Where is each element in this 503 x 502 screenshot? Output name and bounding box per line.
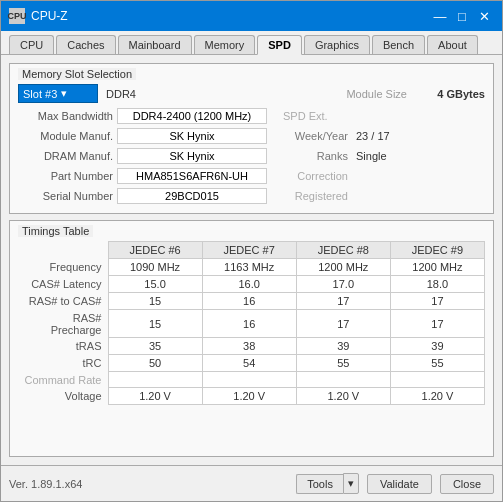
timings-cell: 1.20 V	[202, 388, 296, 405]
timings-cell	[296, 372, 390, 388]
validate-button[interactable]: Validate	[367, 474, 432, 494]
timings-cell: 1.20 V	[390, 388, 484, 405]
timings-cell: 1200 MHz	[296, 259, 390, 276]
timings-table: JEDEC #6 JEDEC #7 JEDEC #8 JEDEC #9 Freq…	[18, 241, 485, 405]
tools-button[interactable]: Tools	[296, 474, 343, 494]
tab-bench[interactable]: Bench	[372, 35, 425, 54]
minimize-button[interactable]: —	[430, 7, 450, 25]
timings-cell: 15.0	[108, 276, 202, 293]
timings-cell: 1090 MHz	[108, 259, 202, 276]
timings-cell: 17	[296, 293, 390, 310]
footer: Ver. 1.89.1.x64 Tools ▾ Validate Close	[1, 465, 502, 501]
timings-cell: 54	[202, 355, 296, 372]
timings-cell	[202, 372, 296, 388]
dram-manuf-label: DRAM Manuf.	[18, 150, 113, 162]
timings-cell: 18.0	[390, 276, 484, 293]
timings-cell: 39	[296, 338, 390, 355]
serial-number-row: Serial Number 29BCD015 Registered	[18, 187, 485, 205]
timings-row-label: RAS# Precharge	[18, 310, 108, 338]
timings-col-jedec6: JEDEC #6	[108, 242, 202, 259]
part-number-row: Part Number HMA851S6AFR6N-UH Correction	[18, 167, 485, 185]
timings-cell: 17	[390, 293, 484, 310]
timings-row: Command Rate	[18, 372, 485, 388]
timings-cell: 16.0	[202, 276, 296, 293]
version-label: Ver. 1.89.1.x64	[9, 478, 288, 490]
timings-row: RAS# to CAS#15161717	[18, 293, 485, 310]
timings-row-label: CAS# Latency	[18, 276, 108, 293]
memory-slot-group: Memory Slot Selection Slot #3 ▾ DDR4 Mod…	[9, 63, 494, 214]
timings-row: Frequency1090 MHz1163 MHz1200 MHz1200 MH…	[18, 259, 485, 276]
memory-slot-group-label: Memory Slot Selection	[18, 68, 136, 80]
main-window: CPU CPU-Z — □ ✕ CPU Caches Mainboard Mem…	[0, 0, 503, 502]
slot-selection-row: Slot #3 ▾ DDR4 Module Size 4 GBytes	[18, 84, 485, 103]
tab-caches[interactable]: Caches	[56, 35, 115, 54]
spd-ext-label: SPD Ext.	[283, 110, 328, 122]
slot-selector[interactable]: Slot #3 ▾	[18, 84, 98, 103]
timings-cell: 55	[390, 355, 484, 372]
timings-cell: 17	[390, 310, 484, 338]
week-year-value: 23 / 17	[356, 130, 390, 142]
tab-spd[interactable]: SPD	[257, 35, 302, 55]
timings-col-jedec7: JEDEC #7	[202, 242, 296, 259]
module-size-value: 4 GBytes	[415, 88, 485, 100]
max-bandwidth-label: Max Bandwidth	[18, 110, 113, 122]
serial-number-value: 29BCD015	[117, 188, 267, 204]
correction-label: Correction	[283, 170, 348, 182]
tools-group: Tools ▾	[296, 473, 359, 494]
max-bandwidth-value: DDR4-2400 (1200 MHz)	[117, 108, 267, 124]
registered-label: Registered	[283, 190, 348, 202]
window-title: CPU-Z	[31, 9, 430, 23]
timings-col-jedec9: JEDEC #9	[390, 242, 484, 259]
timings-cell: 50	[108, 355, 202, 372]
timings-cell: 39	[390, 338, 484, 355]
module-manuf-value: SK Hynix	[117, 128, 267, 144]
timings-row-label: Voltage	[18, 388, 108, 405]
module-manuf-row: Module Manuf. SK Hynix Week/Year 23 / 17	[18, 127, 485, 145]
window-controls: — □ ✕	[430, 7, 494, 25]
timings-row: RAS# Precharge15161717	[18, 310, 485, 338]
timings-cell: 15	[108, 310, 202, 338]
timings-cell: 16	[202, 310, 296, 338]
timings-cell: 1.20 V	[108, 388, 202, 405]
main-content: Memory Slot Selection Slot #3 ▾ DDR4 Mod…	[1, 55, 502, 465]
timings-cell: 17.0	[296, 276, 390, 293]
slot-type-label: DDR4	[106, 88, 338, 100]
timings-group: Timings Table JEDEC #6 JEDEC #7 JEDEC #8…	[9, 220, 494, 457]
timings-group-label: Timings Table	[18, 225, 93, 237]
module-size-label: Module Size	[346, 88, 407, 100]
max-bandwidth-row: Max Bandwidth DDR4-2400 (1200 MHz) SPD E…	[18, 107, 485, 125]
week-year-label: Week/Year	[283, 130, 348, 142]
slot-dropdown-arrow: ▾	[61, 87, 67, 100]
timings-cell: 15	[108, 293, 202, 310]
timings-row: CAS# Latency15.016.017.018.0	[18, 276, 485, 293]
ranks-label: Ranks	[283, 150, 348, 162]
tab-mainboard[interactable]: Mainboard	[118, 35, 192, 54]
dram-manuf-row: DRAM Manuf. SK Hynix Ranks Single	[18, 147, 485, 165]
timings-cell: 38	[202, 338, 296, 355]
timings-cell	[390, 372, 484, 388]
timings-cell: 1.20 V	[296, 388, 390, 405]
timings-cell: 1163 MHz	[202, 259, 296, 276]
part-number-value: HMA851S6AFR6N-UH	[117, 168, 267, 184]
ranks-value: Single	[356, 150, 387, 162]
tab-memory[interactable]: Memory	[194, 35, 256, 54]
timings-cell: 16	[202, 293, 296, 310]
tab-graphics[interactable]: Graphics	[304, 35, 370, 54]
module-manuf-label: Module Manuf.	[18, 130, 113, 142]
timings-cell	[108, 372, 202, 388]
serial-number-label: Serial Number	[18, 190, 113, 202]
timings-row-label: tRC	[18, 355, 108, 372]
timings-row: Voltage1.20 V1.20 V1.20 V1.20 V	[18, 388, 485, 405]
tab-cpu[interactable]: CPU	[9, 35, 54, 54]
timings-row-label: RAS# to CAS#	[18, 293, 108, 310]
timings-cell: 17	[296, 310, 390, 338]
timings-row-label: Command Rate	[18, 372, 108, 388]
timings-row-label: tRAS	[18, 338, 108, 355]
close-main-button[interactable]: Close	[440, 474, 494, 494]
maximize-button[interactable]: □	[452, 7, 472, 25]
tab-about[interactable]: About	[427, 35, 478, 54]
close-button[interactable]: ✕	[474, 7, 494, 25]
timings-col-jedec8: JEDEC #8	[296, 242, 390, 259]
title-bar: CPU CPU-Z — □ ✕	[1, 1, 502, 31]
tools-dropdown-button[interactable]: ▾	[343, 473, 359, 494]
